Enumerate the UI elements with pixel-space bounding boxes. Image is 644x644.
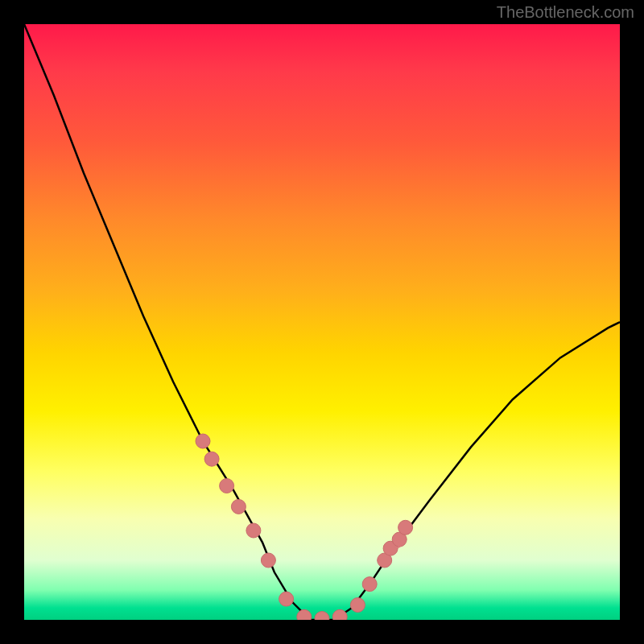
highlight-dot <box>350 598 365 613</box>
highlight-dot <box>246 523 261 538</box>
highlight-dots-group <box>196 434 413 620</box>
bottleneck-chart-svg <box>24 24 620 620</box>
highlight-dot <box>315 612 329 621</box>
highlight-dot <box>220 479 234 493</box>
highlight-dot <box>279 592 294 606</box>
highlight-dot <box>204 452 219 466</box>
highlight-dot <box>398 520 413 535</box>
highlight-dot <box>261 553 275 568</box>
chart-plot-area <box>24 24 620 620</box>
watermark-text: TheBottleneck.com <box>497 3 634 22</box>
highlight-dot <box>231 499 246 514</box>
highlight-dot <box>297 609 312 620</box>
highlight-dot <box>362 577 377 592</box>
highlight-dot <box>332 609 347 620</box>
bottleneck-curve <box>24 24 620 620</box>
highlight-dot <box>196 434 210 448</box>
